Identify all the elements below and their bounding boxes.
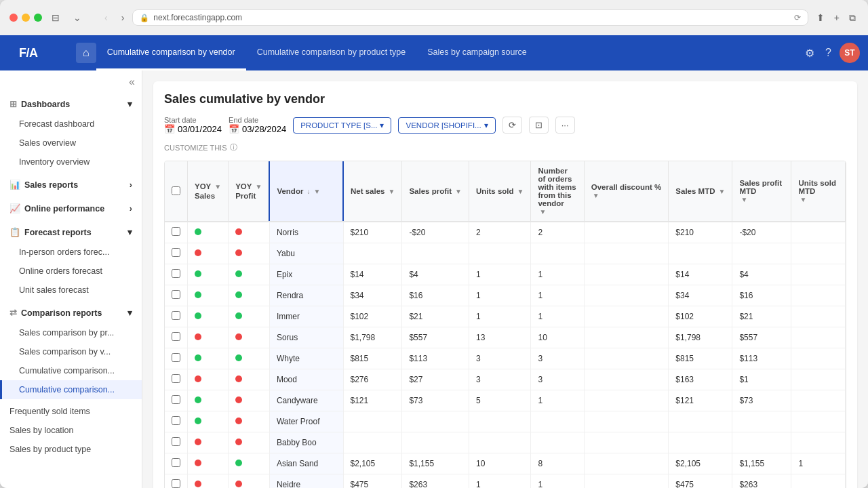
product-type-filter-button[interactable]: PRODUCT TYPE [S... ▾: [293, 117, 391, 134]
filter-icon-sales-mtd[interactable]: ▼: [718, 188, 725, 195]
close-button[interactable]: [9, 14, 18, 22]
select-all-checkbox[interactable]: [172, 186, 180, 195]
address-bar[interactable]: 🔒 next.forecastingapp.com ⟳: [132, 9, 808, 26]
sidebar-online-performance-header[interactable]: 📈Online performance ›: [0, 198, 142, 219]
filter-icon-net-sales[interactable]: ▼: [389, 188, 395, 195]
th-checkbox[interactable]: [165, 161, 188, 222]
avatar[interactable]: ST: [840, 43, 860, 63]
forward-button[interactable]: ›: [119, 11, 127, 24]
row-checkbox[interactable]: [172, 374, 180, 383]
sidebar-item-cumulative-2[interactable]: Cumulative comparison...: [0, 380, 142, 399]
th-vendor[interactable]: Vendor ↓ ▼: [269, 161, 343, 222]
td-yoy-sales: [188, 369, 229, 390]
vendor-filter-button[interactable]: VENDOR [SHOPIFI... ▾: [398, 117, 495, 134]
td-yoy-profit: [229, 222, 270, 243]
filter-icon-yoy-profit[interactable]: ▼: [256, 183, 262, 190]
td-vendor: Rendra: [269, 285, 343, 306]
th-num-orders[interactable]: Number of orders with items from this ve…: [531, 161, 584, 222]
start-date-input[interactable]: 📅 03/01/2024: [164, 124, 222, 134]
row-checkbox[interactable]: [172, 353, 180, 362]
red-dot-2: [235, 418, 242, 424]
settings-button[interactable]: ⚙: [802, 44, 817, 62]
sidebar-item-frequently-sold[interactable]: Frequently sold items: [0, 402, 142, 421]
row-checkbox[interactable]: [172, 395, 180, 404]
filter-icon-units-sold-mtd[interactable]: ▼: [800, 196, 806, 203]
export-button[interactable]: ⊡: [529, 117, 549, 134]
tab-chevron-btn[interactable]: ⌄: [69, 11, 85, 24]
th-units-sold-mtd[interactable]: Units sold MTD ▼: [791, 161, 846, 222]
sidebar-item-sales-comp-pr[interactable]: Sales comparison by pr...: [0, 323, 142, 342]
back-button[interactable]: ‹: [102, 11, 111, 24]
td-overall-discount: [584, 390, 669, 411]
td-units-sold-mtd: [791, 243, 846, 264]
th-yoy-sales[interactable]: YOY ▼ Sales: [188, 161, 229, 222]
sidebar-dashboards-header[interactable]: ⊞Dashboards ▾: [0, 94, 142, 115]
home-button[interactable]: ⌂: [76, 43, 96, 63]
tabs-button[interactable]: ⧉: [846, 11, 859, 25]
customize-row[interactable]: CUSTOMIZE THIS ⓘ: [164, 142, 846, 152]
sidebar: « ⊞Dashboards ▾ Forecast dashboard Sales…: [0, 70, 142, 488]
td-units-sold-mtd: 1: [791, 453, 846, 474]
sort-icon-vendor[interactable]: ↓: [307, 188, 310, 195]
more-options-button[interactable]: ···: [555, 117, 575, 134]
tab-cumulative-product[interactable]: Cumulative comparison by product type: [246, 35, 417, 70]
green-dot: [195, 228, 201, 235]
tab-overview-btn[interactable]: ⊟: [47, 11, 64, 24]
sidebar-item-sales-comp-v[interactable]: Sales comparison by v...: [0, 342, 142, 361]
filter-icon-num-orders[interactable]: ▼: [539, 208, 546, 216]
filter-icon-sales-profit[interactable]: ▼: [455, 188, 462, 195]
sidebar-item-sales-overview[interactable]: Sales overview: [0, 134, 142, 152]
row-checkbox[interactable]: [172, 290, 180, 299]
th-net-sales[interactable]: Net sales ▼: [343, 161, 402, 222]
row-checkbox[interactable]: [172, 458, 180, 467]
minimize-button[interactable]: [22, 14, 30, 22]
share-button[interactable]: ⬆: [814, 11, 827, 25]
filter-icon-overall-discount[interactable]: ▼: [593, 192, 599, 199]
end-date-input[interactable]: 📅 03/28/2024: [229, 124, 286, 134]
sidebar-sales-reports-header[interactable]: 📊Sales reports ›: [0, 174, 142, 195]
help-button[interactable]: ?: [823, 44, 834, 62]
table-row: Babby Boo: [165, 432, 846, 453]
th-overall-discount[interactable]: Overall discount % ▼: [584, 161, 669, 222]
tab-campaign-source[interactable]: Sales by campaign source: [416, 35, 538, 70]
td-sales-profit-mtd: [732, 432, 791, 453]
sidebar-comparison-reports-header[interactable]: ⇄Comparison reports ▾: [0, 302, 142, 323]
sidebar-item-sales-location[interactable]: Sales by location: [0, 421, 142, 440]
chevron-right-icon: ›: [130, 180, 132, 190]
row-checkbox[interactable]: [172, 416, 180, 425]
sidebar-forecast-reports-header[interactable]: 📋Forecast reports ▾: [0, 222, 142, 243]
sidebar-item-cumulative-1[interactable]: Cumulative comparison...: [0, 361, 142, 380]
maximize-button[interactable]: [34, 14, 42, 22]
sidebar-item-in-person[interactable]: In-person orders forec...: [0, 243, 142, 262]
red-dot-2: [235, 375, 242, 382]
sidebar-item-unit-sales[interactable]: Unit sales forecast: [0, 281, 142, 300]
row-checkbox[interactable]: [172, 437, 180, 446]
th-sales-mtd[interactable]: Sales MTD ▼: [669, 161, 732, 222]
row-checkbox[interactable]: [172, 479, 180, 488]
sidebar-item-online-orders[interactable]: Online orders forecast: [0, 262, 142, 281]
th-yoy-profit[interactable]: YOY ▼ Profit: [229, 161, 270, 222]
row-checkbox[interactable]: [172, 248, 180, 257]
page-title: Sales cumulative by vendor: [164, 92, 846, 106]
row-checkbox[interactable]: [172, 269, 180, 278]
reload-icon[interactable]: ⟳: [794, 13, 801, 22]
sidebar-item-forecast-dashboard[interactable]: Forecast dashboard: [0, 115, 142, 134]
row-checkbox[interactable]: [172, 227, 180, 236]
th-units-sold[interactable]: Units sold ▼: [469, 161, 531, 222]
filter-icon-yoy-sales[interactable]: ▼: [214, 183, 221, 190]
tab-cumulative-vendor[interactable]: Cumulative comparison by vendor: [96, 35, 246, 70]
th-sales-profit[interactable]: Sales profit ▼: [402, 161, 469, 222]
td-yoy-sales: [188, 411, 229, 432]
sidebar-item-sales-product-type[interactable]: Sales by product type: [0, 440, 142, 459]
filter-icon-vendor[interactable]: ▼: [313, 188, 320, 195]
new-tab-button[interactable]: +: [831, 11, 842, 25]
row-checkbox[interactable]: [172, 332, 180, 341]
row-checkbox[interactable]: [172, 311, 180, 320]
filter-icon-units-sold[interactable]: ▼: [517, 188, 524, 195]
th-sales-profit-mtd[interactable]: Sales profit MTD ▼: [732, 161, 791, 222]
td-sales-mtd: $815: [669, 348, 732, 369]
filter-icon-sales-profit-mtd[interactable]: ▼: [741, 196, 747, 203]
sidebar-item-inventory-overview[interactable]: Inventory overview: [0, 152, 142, 171]
refresh-button[interactable]: ⟳: [502, 117, 522, 134]
collapse-sidebar-button[interactable]: «: [129, 76, 135, 88]
